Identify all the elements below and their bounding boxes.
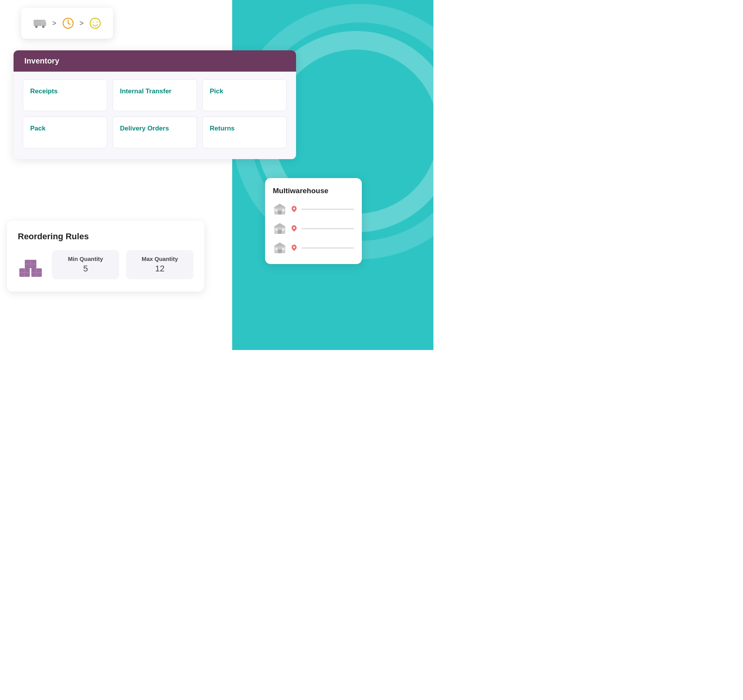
workflow-card: > >	[21, 8, 113, 39]
inventory-header: Inventory	[14, 50, 296, 72]
svg-point-10	[97, 22, 98, 23]
returns-card[interactable]: Returns	[202, 117, 287, 148]
reordering-rules-card: Reordering Rules Min Quantity 5 Max Quan…	[7, 221, 204, 292]
warehouse-building-icon-1	[273, 202, 287, 216]
svg-marker-27	[274, 223, 286, 227]
max-quantity-card: Max Quantity 12	[126, 250, 193, 279]
pick-label: Pick	[210, 88, 223, 95]
returns-label: Returns	[210, 125, 235, 132]
svg-rect-34	[278, 249, 282, 253]
svg-rect-24	[282, 209, 284, 211]
svg-rect-0	[34, 20, 42, 26]
svg-point-8	[90, 18, 100, 28]
svg-point-31	[293, 227, 295, 229]
pin-icon-3	[291, 244, 298, 251]
warehouse-row-3	[273, 241, 354, 255]
line-placeholder-3	[301, 247, 354, 249]
reordering-title: Reordering Rules	[18, 232, 193, 242]
min-quantity-value: 5	[63, 264, 108, 274]
clock-icon	[62, 17, 74, 29]
pack-label: Pack	[30, 125, 46, 132]
reordering-content: Min Quantity 5 Max Quantity 12	[18, 250, 193, 279]
svg-rect-36	[282, 248, 284, 250]
receipts-card[interactable]: Receipts	[23, 79, 107, 111]
warehouse-row-1	[273, 202, 354, 216]
receipts-label: Receipts	[30, 88, 58, 95]
svg-line-7	[68, 23, 70, 24]
svg-rect-29	[275, 228, 277, 231]
inventory-body: Receipts Internal Transfer Pick Pack Del…	[14, 72, 296, 159]
svg-rect-28	[278, 230, 282, 234]
internal-transfer-card[interactable]: Internal Transfer	[113, 79, 197, 111]
delivery-orders-card[interactable]: Delivery Orders	[113, 117, 197, 148]
pin-icon-1	[291, 206, 298, 213]
svg-marker-33	[274, 242, 286, 246]
max-quantity-label: Max Quantity	[137, 256, 183, 262]
pick-card[interactable]: Pick	[202, 79, 287, 111]
truck-icon	[33, 16, 47, 30]
svg-point-9	[93, 22, 94, 23]
svg-point-25	[293, 208, 295, 209]
line-placeholder-2	[301, 228, 354, 229]
warehouse-building-icon-3	[273, 241, 287, 255]
svg-marker-2	[42, 20, 46, 22]
pin-icon-2	[291, 225, 298, 232]
svg-point-3	[35, 26, 38, 28]
arrow-icon-1: >	[52, 19, 56, 27]
smile-icon	[89, 17, 101, 29]
delivery-orders-label: Delivery Orders	[120, 125, 169, 132]
svg-marker-21	[274, 204, 286, 208]
boxes-icon	[18, 251, 45, 278]
svg-rect-30	[282, 228, 284, 231]
svg-rect-35	[275, 248, 277, 250]
warehouse-building-icon-2	[273, 221, 287, 235]
internal-transfer-label: Internal Transfer	[120, 88, 171, 95]
min-quantity-label: Min Quantity	[63, 256, 108, 262]
max-quantity-value: 12	[137, 264, 183, 274]
arrow-icon-2: >	[80, 19, 84, 27]
min-quantity-card: Min Quantity 5	[52, 250, 119, 279]
warehouse-row-2	[273, 221, 354, 235]
svg-rect-23	[275, 209, 277, 211]
svg-rect-1	[42, 22, 46, 26]
svg-point-37	[293, 246, 295, 248]
inventory-title: Inventory	[24, 57, 59, 65]
multiwarehouse-title: Multiwarehouse	[273, 187, 354, 195]
multiwarehouse-card: Multiwarehouse	[265, 178, 362, 264]
svg-rect-22	[278, 211, 282, 214]
line-placeholder-1	[301, 209, 354, 210]
pack-card[interactable]: Pack	[23, 117, 107, 148]
svg-point-4	[42, 26, 45, 28]
inventory-grid: Receipts Internal Transfer Pick Pack Del…	[23, 79, 287, 148]
inventory-panel: Inventory Receipts Internal Transfer Pic…	[14, 50, 296, 159]
